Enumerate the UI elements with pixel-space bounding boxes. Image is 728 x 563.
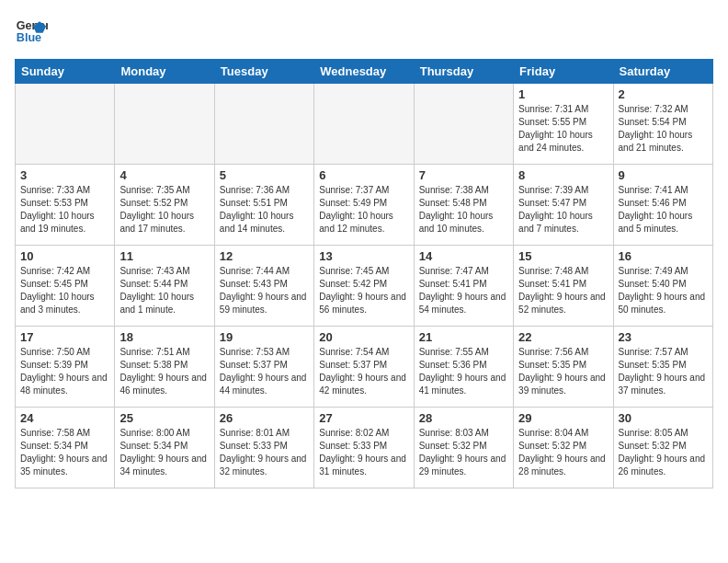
- day-number: 6: [319, 168, 408, 182]
- calendar-table: SundayMondayTuesdayWednesdayThursdayFrid…: [15, 59, 713, 488]
- day-number: 30: [619, 411, 708, 425]
- day-detail: Sunrise: 7:58 AMSunset: 5:34 PMDaylight:…: [20, 427, 109, 478]
- calendar-body: 1Sunrise: 7:31 AMSunset: 5:55 PMDaylight…: [16, 84, 713, 488]
- calendar-cell: 3Sunrise: 7:33 AMSunset: 5:53 PMDaylight…: [16, 165, 115, 246]
- calendar-cell: 30Sunrise: 8:05 AMSunset: 5:32 PMDayligh…: [613, 408, 712, 488]
- day-number: 10: [20, 249, 109, 263]
- calendar-week-row: 17Sunrise: 7:50 AMSunset: 5:39 PMDayligh…: [16, 327, 713, 408]
- day-number: 14: [419, 249, 508, 263]
- day-detail: Sunrise: 7:50 AMSunset: 5:39 PMDaylight:…: [20, 346, 109, 397]
- day-number: 21: [419, 330, 508, 344]
- day-number: 20: [319, 330, 408, 344]
- day-detail: Sunrise: 7:45 AMSunset: 5:42 PMDaylight:…: [319, 265, 408, 316]
- calendar-cell: 4Sunrise: 7:35 AMSunset: 5:52 PMDaylight…: [115, 165, 214, 246]
- day-detail: Sunrise: 8:04 AMSunset: 5:32 PMDaylight:…: [518, 427, 608, 478]
- calendar-cell: 10Sunrise: 7:42 AMSunset: 5:45 PMDayligh…: [16, 246, 115, 327]
- weekday-header: Wednesday: [314, 60, 414, 84]
- calendar-cell: 12Sunrise: 7:44 AMSunset: 5:43 PMDayligh…: [214, 246, 313, 327]
- day-number: 27: [319, 411, 408, 425]
- day-detail: Sunrise: 7:43 AMSunset: 5:44 PMDaylight:…: [119, 265, 209, 316]
- weekday-header: Sunday: [16, 60, 115, 84]
- day-detail: Sunrise: 7:37 AMSunset: 5:49 PMDaylight:…: [319, 184, 408, 236]
- logo: General Blue: [15, 15, 48, 48]
- day-number: 28: [419, 411, 508, 425]
- day-detail: Sunrise: 7:42 AMSunset: 5:45 PMDaylight:…: [20, 265, 109, 316]
- calendar-cell: [414, 84, 513, 165]
- day-detail: Sunrise: 8:01 AMSunset: 5:33 PMDaylight:…: [220, 427, 309, 478]
- day-detail: Sunrise: 7:47 AMSunset: 5:41 PMDaylight:…: [419, 265, 508, 316]
- calendar-cell: 28Sunrise: 8:03 AMSunset: 5:32 PMDayligh…: [414, 408, 513, 488]
- calendar-cell: 16Sunrise: 7:49 AMSunset: 5:40 PMDayligh…: [613, 246, 712, 327]
- day-detail: Sunrise: 7:31 AMSunset: 5:55 PMDaylight:…: [518, 103, 608, 155]
- calendar-cell: 15Sunrise: 7:48 AMSunset: 5:41 PMDayligh…: [514, 246, 613, 327]
- calendar-week-row: 1Sunrise: 7:31 AMSunset: 5:55 PMDaylight…: [16, 84, 713, 165]
- calendar-week-row: 3Sunrise: 7:33 AMSunset: 5:53 PMDaylight…: [16, 165, 713, 246]
- logo-icon: General Blue: [15, 15, 48, 48]
- day-detail: Sunrise: 8:00 AMSunset: 5:34 PMDaylight:…: [119, 427, 209, 478]
- day-number: 9: [619, 168, 708, 182]
- weekday-header: Tuesday: [214, 60, 313, 84]
- day-number: 4: [119, 168, 209, 182]
- weekday-header: Friday: [514, 60, 613, 84]
- calendar-cell: 6Sunrise: 7:37 AMSunset: 5:49 PMDaylight…: [314, 165, 414, 246]
- day-detail: Sunrise: 8:03 AMSunset: 5:32 PMDaylight:…: [419, 427, 508, 478]
- calendar-cell: 24Sunrise: 7:58 AMSunset: 5:34 PMDayligh…: [16, 408, 115, 488]
- day-detail: Sunrise: 7:41 AMSunset: 5:46 PMDaylight:…: [619, 184, 708, 236]
- calendar-cell: 9Sunrise: 7:41 AMSunset: 5:46 PMDaylight…: [613, 165, 712, 246]
- calendar-cell: 2Sunrise: 7:32 AMSunset: 5:54 PMDaylight…: [613, 84, 712, 165]
- day-detail: Sunrise: 7:57 AMSunset: 5:35 PMDaylight:…: [619, 346, 708, 397]
- calendar-cell: 8Sunrise: 7:39 AMSunset: 5:47 PMDaylight…: [514, 165, 613, 246]
- header: General Blue: [15, 15, 713, 48]
- calendar-week-row: 24Sunrise: 7:58 AMSunset: 5:34 PMDayligh…: [16, 408, 713, 488]
- weekday-header: Saturday: [613, 60, 712, 84]
- weekday-header: Thursday: [414, 60, 513, 84]
- day-number: 2: [619, 87, 708, 101]
- day-number: 1: [518, 87, 608, 101]
- day-detail: Sunrise: 7:48 AMSunset: 5:41 PMDaylight:…: [518, 265, 608, 316]
- day-number: 15: [518, 249, 608, 263]
- day-detail: Sunrise: 7:49 AMSunset: 5:40 PMDaylight:…: [619, 265, 708, 316]
- calendar-cell: 29Sunrise: 8:04 AMSunset: 5:32 PMDayligh…: [514, 408, 613, 488]
- calendar-header-row: SundayMondayTuesdayWednesdayThursdayFrid…: [16, 60, 713, 84]
- day-detail: Sunrise: 7:33 AMSunset: 5:53 PMDaylight:…: [20, 184, 109, 236]
- day-number: 24: [20, 411, 109, 425]
- day-number: 23: [619, 330, 708, 344]
- calendar-cell: 23Sunrise: 7:57 AMSunset: 5:35 PMDayligh…: [613, 327, 712, 408]
- calendar-cell: 17Sunrise: 7:50 AMSunset: 5:39 PMDayligh…: [16, 327, 115, 408]
- day-detail: Sunrise: 7:53 AMSunset: 5:37 PMDaylight:…: [220, 346, 309, 397]
- calendar-cell: 27Sunrise: 8:02 AMSunset: 5:33 PMDayligh…: [314, 408, 414, 488]
- svg-text:Blue: Blue: [17, 31, 41, 44]
- day-detail: Sunrise: 7:55 AMSunset: 5:36 PMDaylight:…: [419, 346, 508, 397]
- calendar-cell: 21Sunrise: 7:55 AMSunset: 5:36 PMDayligh…: [414, 327, 513, 408]
- day-number: 11: [119, 249, 209, 263]
- day-detail: Sunrise: 8:02 AMSunset: 5:33 PMDaylight:…: [319, 427, 408, 478]
- calendar-cell: [314, 84, 414, 165]
- calendar-cell: 13Sunrise: 7:45 AMSunset: 5:42 PMDayligh…: [314, 246, 414, 327]
- day-number: 5: [220, 168, 309, 182]
- day-number: 13: [319, 249, 408, 263]
- calendar-cell: 14Sunrise: 7:47 AMSunset: 5:41 PMDayligh…: [414, 246, 513, 327]
- calendar-cell: [214, 84, 313, 165]
- calendar-cell: 25Sunrise: 8:00 AMSunset: 5:34 PMDayligh…: [115, 408, 214, 488]
- calendar-cell: [16, 84, 115, 165]
- day-detail: Sunrise: 7:56 AMSunset: 5:35 PMDaylight:…: [518, 346, 608, 397]
- calendar-cell: 19Sunrise: 7:53 AMSunset: 5:37 PMDayligh…: [214, 327, 313, 408]
- day-detail: Sunrise: 7:44 AMSunset: 5:43 PMDaylight:…: [220, 265, 309, 316]
- day-number: 7: [419, 168, 508, 182]
- day-number: 26: [220, 411, 309, 425]
- day-number: 25: [119, 411, 209, 425]
- day-number: 12: [220, 249, 309, 263]
- calendar-cell: [115, 84, 214, 165]
- calendar-cell: 5Sunrise: 7:36 AMSunset: 5:51 PMDaylight…: [214, 165, 313, 246]
- day-detail: Sunrise: 7:38 AMSunset: 5:48 PMDaylight:…: [419, 184, 508, 236]
- calendar-cell: 26Sunrise: 8:01 AMSunset: 5:33 PMDayligh…: [214, 408, 313, 488]
- day-detail: Sunrise: 8:05 AMSunset: 5:32 PMDaylight:…: [619, 427, 708, 478]
- day-number: 19: [220, 330, 309, 344]
- weekday-header: Monday: [115, 60, 214, 84]
- day-number: 22: [518, 330, 608, 344]
- calendar-cell: 1Sunrise: 7:31 AMSunset: 5:55 PMDaylight…: [514, 84, 613, 165]
- calendar-cell: 11Sunrise: 7:43 AMSunset: 5:44 PMDayligh…: [115, 246, 214, 327]
- day-detail: Sunrise: 7:36 AMSunset: 5:51 PMDaylight:…: [220, 184, 309, 236]
- day-number: 17: [20, 330, 109, 344]
- day-detail: Sunrise: 7:32 AMSunset: 5:54 PMDaylight:…: [619, 103, 708, 155]
